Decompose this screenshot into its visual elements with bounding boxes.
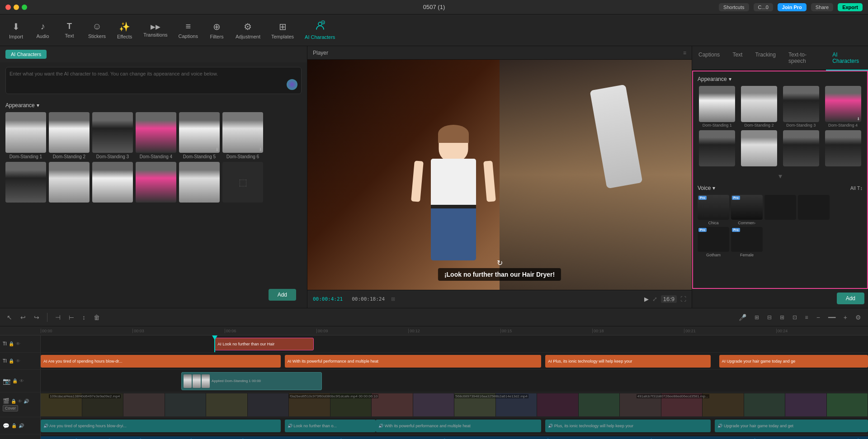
left-panel-add-button[interactable]: Add (269, 289, 296, 301)
rotate-icon[interactable]: ↻ (497, 259, 503, 267)
char-9[interactable] (92, 162, 133, 203)
audio-icon4[interactable]: 🔊 (24, 399, 29, 404)
char-dom-standing-5[interactable]: ⬇ Dom-Standing 5 (179, 112, 220, 159)
char-dom-standing-2[interactable]: Dom-Standing 2 (49, 112, 90, 159)
right-char-4[interactable]: ⬇ Dom-Standing 4 (823, 86, 863, 127)
caption-tool[interactable]: ≡ (803, 313, 811, 322)
lock-icon3[interactable]: 🔒 (12, 378, 18, 383)
tool-text[interactable]: T Text (57, 19, 82, 41)
right-panel-add-button[interactable]: Add (837, 293, 864, 304)
clip-text2-b[interactable]: AI With its powerful performance and mul… (285, 355, 541, 368)
tool-adjustment[interactable]: ⚙ Adjustment (231, 19, 265, 42)
caption-clip-c[interactable]: 🔊 With its powerful performance and mult… (376, 420, 541, 432)
lock-icon2[interactable]: 🔒 (9, 359, 14, 363)
tool-effects[interactable]: ✨ Effects (112, 19, 137, 42)
tab-text-to-speech[interactable]: Text-to-speech (782, 46, 826, 71)
tab-text[interactable]: Text (726, 46, 749, 71)
caption-clip-e[interactable]: 🔊 Upgrade your hair game today and get (715, 420, 868, 432)
eye-icon3[interactable]: 👁 (19, 378, 24, 383)
tab-captions[interactable]: Captions (692, 46, 726, 71)
tool-import[interactable]: ⬇ Import (4, 19, 28, 42)
char-10[interactable] (136, 162, 176, 203)
shortcuts-button[interactable]: Shortcuts (719, 3, 749, 11)
char-12[interactable]: ⬚ (222, 162, 263, 203)
clip-text2-c[interactable]: AI Plus, its ionic technology will help … (545, 355, 711, 368)
char-8[interactable] (49, 162, 90, 203)
redo-button[interactable]: ↪ (32, 312, 42, 322)
tab-ai-characters[interactable]: AI Characters (826, 46, 868, 71)
playhead[interactable] (214, 335, 215, 352)
delete-button[interactable]: 🗑 (91, 312, 102, 322)
voice-commen[interactable]: Pro Commen- (731, 195, 763, 225)
zoom-in[interactable]: + (841, 312, 849, 322)
maximize-button[interactable] (22, 5, 27, 10)
eye-icon[interactable]: 👁 (16, 341, 20, 346)
split-button[interactable]: ⊣ (53, 312, 63, 322)
char-dom-standing-1[interactable]: Dom-Standing 1 (5, 112, 46, 159)
lock-icon4[interactable]: 🔒 (11, 399, 16, 404)
right-char-2[interactable]: Dom-Standing 2 (740, 86, 779, 127)
lock-icon[interactable]: 🔒 (9, 341, 14, 346)
eye-icon2[interactable]: 👁 (16, 359, 20, 363)
clip-ai-char[interactable]: Applied Dom-Standing 1 00:00 (181, 372, 322, 390)
right-char-8[interactable] (823, 130, 863, 167)
char-dom-standing-4[interactable]: Dom-Standing 4 (136, 112, 176, 159)
zoom-slider[interactable]: ━━ (826, 312, 838, 322)
tool-b[interactable]: ⊟ (765, 313, 774, 322)
aspect-ratio-badge[interactable]: 16:9 (661, 295, 677, 303)
minimize-button[interactable] (14, 5, 19, 10)
fullscreen-button[interactable]: ⤢ (652, 296, 657, 302)
clip-text1-selected[interactable]: AI Look no further than our Hair (214, 338, 314, 350)
char-11[interactable] (179, 162, 220, 203)
tool-audio[interactable]: ♪ Audio (30, 19, 55, 42)
tool-templates[interactable]: ⊞ Templates (267, 19, 298, 42)
trim-button[interactable]: ⊢ (66, 312, 76, 322)
tool-ai-characters[interactable]: AI AI Characters (300, 18, 340, 42)
tool-stickers[interactable]: ☺ Stickers (84, 19, 110, 42)
voice-3[interactable] (764, 195, 796, 225)
zoom-out[interactable]: − (814, 312, 822, 322)
tab-tracking[interactable]: Tracking (749, 46, 782, 71)
undo-button[interactable]: ↩ (18, 312, 28, 322)
clip-text2-d[interactable]: AI Upgrade your hair game today and ge (719, 355, 868, 368)
arrow-tool[interactable]: ↖ (5, 312, 14, 322)
filmstrip[interactable]: 109cdacaf4ea138f40d6497e3e9a09e2.mp4 f3a… (41, 393, 868, 416)
voice-4[interactable] (798, 195, 830, 225)
voice-all-label[interactable]: All T↕ (850, 185, 863, 191)
share-button[interactable]: Share (811, 3, 833, 11)
speed-button[interactable]: ↕ (80, 312, 88, 322)
right-char-5[interactable] (698, 130, 737, 167)
tool-transitions[interactable]: ▶▶ Transitions (139, 20, 172, 40)
mic-button[interactable]: 🎤 (736, 312, 749, 322)
close-button[interactable] (5, 5, 11, 10)
tool-filters[interactable]: ⊕ Filters (204, 19, 229, 42)
play-button[interactable]: ▶ (644, 296, 649, 302)
right-char-6[interactable] (740, 130, 779, 167)
voice-female[interactable]: Pro Female (731, 227, 763, 257)
tool-c[interactable]: ⊞ (778, 313, 787, 322)
voice-chica[interactable]: Pro Chica (698, 195, 729, 225)
right-char-3[interactable]: Dom-Standing 3 (782, 86, 821, 127)
right-char-7[interactable] (782, 130, 821, 167)
caption-clip-a[interactable]: 🔊 Are you tired of spending hours blow-d… (41, 420, 281, 432)
tool-captions[interactable]: ≡ Captions (174, 19, 203, 42)
eye-icon4[interactable]: 👁 (18, 399, 22, 404)
account-button[interactable]: C...0 (754, 3, 773, 11)
caption-clip-b[interactable]: 🔊 Look no further than o... (285, 420, 376, 432)
clip-text2-a[interactable]: AI Are you tired of spending hours blow-… (41, 355, 281, 368)
ai-assist-icon[interactable] (287, 79, 297, 90)
expand-button[interactable]: ⛶ (680, 296, 686, 302)
tool-d[interactable]: ⊡ (790, 313, 799, 322)
settings-tool[interactable]: ⚙ (853, 312, 863, 322)
join-pro-button[interactable]: Join Pro (778, 3, 807, 11)
text-input-area[interactable]: Enter what you want the AI character to … (5, 67, 302, 94)
caption-clip-d[interactable]: 🔊 Plus, its ionic technology will help k… (545, 420, 711, 432)
right-char-1[interactable]: Dom-Standing 1 (698, 86, 737, 127)
player-menu-icon[interactable]: ≡ (683, 50, 686, 56)
tool-a[interactable]: ⊞ (752, 313, 761, 322)
voice-gotham[interactable]: Pro Gotham (698, 227, 729, 257)
char-dom-standing-3[interactable]: Dom-Standing 3 (92, 112, 133, 159)
lock-icon5[interactable]: 🔒 (11, 423, 17, 428)
char-7[interactable] (5, 162, 46, 203)
char-dom-standing-6[interactable]: ⬇ Dom-Standing 6 (222, 112, 263, 159)
